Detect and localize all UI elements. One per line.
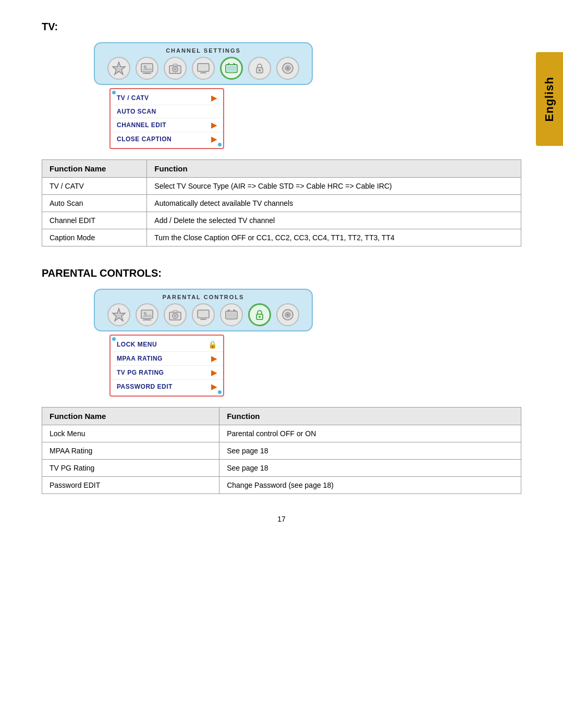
parental-dropdown-item-password[interactable]: PASSWORD EDIT ▶ [111,380,223,393]
tv-table-header-function: Function [147,160,521,178]
menu-icon-camera[interactable] [164,57,187,80]
svg-rect-16 [227,66,236,71]
parental-row2-function: See page 18 [219,442,521,460]
channel-settings-mockup: CHANNEL SETTINGS [94,42,521,149]
dropdown-label-channel-edit: CHANNEL EDIT [117,121,166,129]
parental-dropdown-lock-icon: 🔒 [208,340,217,349]
channel-settings-bar: CHANNEL SETTINGS [94,42,313,85]
parental-icon-camera[interactable] [164,303,187,326]
dropdown-item-close-caption[interactable]: CLOSE CAPTION ▶ [111,132,223,146]
parental-dropdown-arrow-mpaa: ▶ [211,354,217,363]
page-number: 17 [42,515,521,523]
english-tab-label: English [543,77,556,121]
channel-settings-bar-title: CHANNEL SETTINGS [166,47,241,54]
dropdown-label-auto-scan: AUTO SCAN [117,108,156,115]
parental-corner-dot-br [218,390,222,394]
tv-section: TV: CHANNEL SETTINGS [42,21,521,246]
parental-dropdown: LOCK MENU 🔒 MPAA RATING ▶ TV PG RATING ▶… [109,335,224,397]
tv-function-table: Function Name Function TV / CATV Select … [42,159,521,246]
parental-dropdown-label-lock-menu: LOCK MENU [117,341,157,348]
table-row: TV / CATV Select TV Source Type (AIR => … [42,178,521,195]
parental-dropdown-arrow-tv-pg: ▶ [211,368,217,377]
parental-row1-function: Parental control OFF or ON [219,425,521,442]
parental-row4-function: Change Password (see page 18) [219,477,521,494]
parental-dropdown-item-tv-pg[interactable]: TV PG RATING ▶ [111,366,223,380]
dropdown-item-tv-catv[interactable]: TV / CATV ▶ [111,91,223,105]
svg-marker-23 [113,309,125,321]
parental-dropdown-label-mpaa: MPAA RATING [117,355,163,362]
table-row: MPAA Rating See page 18 [42,442,521,460]
svg-point-9 [174,68,177,71]
svg-rect-17 [229,72,234,73]
menu-icon-monitor[interactable] [192,57,215,80]
parental-icon-wrench[interactable] [276,303,299,326]
parental-controls-mockup: PARENTAL CONTROLS [94,289,521,397]
parental-dropdown-item-lock-menu[interactable]: LOCK MENU 🔒 [111,338,223,352]
dropdown-arrow-channel-edit: ▶ [211,121,217,129]
parental-dropdown-arrow-password: ▶ [211,382,217,391]
svg-rect-33 [198,310,209,318]
svg-marker-0 [113,62,125,75]
parental-row1-name: Lock Menu [42,425,219,442]
tv-row2-name: Auto Scan [42,195,147,212]
svg-point-42 [259,316,261,318]
parental-section-title: PARENTAL CONTROLS: [42,267,521,279]
menu-icon-wrench[interactable] [276,57,299,80]
parental-corner-dot-tl [112,337,116,341]
svg-point-22 [287,67,289,69]
table-row: Lock Menu Parental control OFF or ON [42,425,521,442]
svg-rect-8 [173,64,177,66]
table-row: Channel EDIT Add / Delete the selected T… [42,212,521,229]
dropdown-label-tv-catv: TV / CATV [117,94,149,102]
tv-row1-function: Select TV Source Type (AIR => Cable STD … [147,178,521,195]
parental-row4-name: Password EDIT [42,477,219,494]
menu-icon-picture[interactable] [136,57,158,80]
parental-dropdown-label-password: PASSWORD EDIT [117,383,173,390]
dropdown-item-channel-edit[interactable]: CHANNEL EDIT ▶ [111,118,223,132]
parental-icons-row [107,303,299,326]
parental-row2-name: MPAA Rating [42,442,219,460]
english-tab: English [536,52,563,146]
svg-rect-40 [229,319,234,320]
menu-icon-tv[interactable] [220,57,243,80]
dropdown-label-close-caption: CLOSE CAPTION [117,135,172,143]
parental-icon-flash[interactable] [107,303,130,326]
parental-controls-bar: PARENTAL CONTROLS [94,289,313,331]
dropdown-arrow-tv-catv: ▶ [211,94,217,102]
tv-row4-name: Caption Mode [42,229,147,246]
dropdown-arrow-close-caption: ▶ [211,135,217,143]
parental-icon-monitor[interactable] [192,303,215,326]
channel-settings-dropdown: TV / CATV ▶ AUTO SCAN CHANNEL EDIT ▶ CLO… [109,88,224,149]
parental-icon-picture[interactable] [136,303,158,326]
tv-row4-function: Turn the Close Caption OFF or CC1, CC2, … [147,229,521,246]
menu-icon-flash[interactable] [107,57,130,80]
menu-icon-lock[interactable] [248,57,271,80]
channel-settings-icons-row [107,57,299,80]
corner-dot-tl [112,91,116,94]
corner-dot-br [218,143,222,146]
parental-table-header-function: Function [219,408,521,425]
tv-section-title: TV: [42,21,521,33]
table-row: Caption Mode Turn the Close Caption OFF … [42,229,521,246]
parental-dropdown-label-tv-pg: TV PG RATING [117,369,164,376]
svg-rect-10 [198,64,209,71]
parental-controls-bar-title: PARENTAL CONTROLS [163,294,244,300]
table-row: Auto Scan Automatically detect available… [42,195,521,212]
svg-point-19 [259,69,261,71]
tv-row3-function: Add / Delete the selected TV channel [147,212,521,229]
table-row: TV PG Rating See page 18 [42,460,521,477]
parental-section: PARENTAL CONTROLS: PARENTAL CONTROLS [42,267,521,494]
svg-point-32 [174,315,177,317]
parental-icon-tv[interactable] [220,303,243,326]
svg-rect-31 [173,311,177,313]
tv-table-header-name: Function Name [42,160,147,178]
parental-icon-lock[interactable] [248,303,271,326]
svg-rect-39 [227,312,236,318]
parental-dropdown-item-mpaa[interactable]: MPAA RATING ▶ [111,352,223,366]
tv-row1-name: TV / CATV [42,178,147,195]
dropdown-item-auto-scan[interactable]: AUTO SCAN [111,105,223,118]
parental-table-header-name: Function Name [42,408,219,425]
tv-row3-name: Channel EDIT [42,212,147,229]
parental-row3-name: TV PG Rating [42,460,219,477]
table-row: Password EDIT Change Password (see page … [42,477,521,494]
